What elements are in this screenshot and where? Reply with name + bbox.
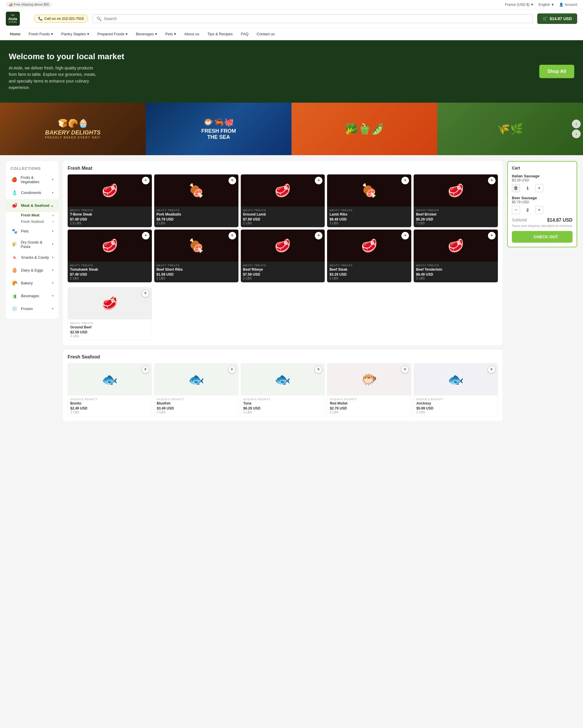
lamb-ribs-info: MEATY TREATS Lamb Ribs $9.49 USD 2 LBS [327,207,411,227]
add-red-mullet-button[interactable]: + [401,366,409,373]
sidebar-item-pets[interactable]: 🐾 Pets ▾ [6,225,58,238]
decrease-beer-sausage-button[interactable]: − [512,206,520,214]
top-bar-left: 🚚 Free shipping above $50 [6,2,52,7]
product-bluefish[interactable]: 🐟 + OCEAN'S BOUNTY Bluefish $3.49 USD 2 … [154,363,239,416]
sidebar-cat-left-frozen: ❄️ Frozen [10,305,33,313]
ground-lamb-info: MEATY TREATS Ground Lamb $7.99 USD 2 LBS [241,207,325,227]
sidebar-item-frozen[interactable]: ❄️ Frozen ▾ [6,303,58,315]
nav-contact-us[interactable]: Contact us [252,28,279,40]
logo-icon: the Aisle STORE [6,12,20,26]
sidebar-item-bakery[interactable]: 🥐 Bakery ▾ [6,277,58,290]
product-lamb-ribs[interactable]: 🍖 + MEATY TREATS Lamb Ribs $9.49 USD 2 L… [327,175,411,227]
product-anchovy[interactable]: 🐟 + OCEAN'S BOUNTY Anchovy $5.99 USD 2 L… [414,363,498,416]
meatballs-info: MEATY TREATS Pork Meatballs $8.79 USD 2 … [154,207,239,227]
add-ground-beef-button[interactable]: + [142,290,149,297]
free-shipping-badge: 🚚 Free shipping above $50 [6,2,52,7]
product-tbone-steak[interactable]: 🥩 + MEATY TREATS T-Bone Steak $7.49 USD … [67,175,152,227]
nav-pantry-staples[interactable]: Pantry Staples ▾ [57,28,93,40]
product-red-mullet[interactable]: 🐡 + OCEAN'S BOUNTY Red Mullet $2.79 USD … [327,363,411,416]
add-ribeye-button[interactable]: + [315,232,323,239]
add-tbone-button[interactable]: + [142,177,149,184]
sidebar-item-snacks[interactable]: 🍬 Snacks & Candy ▾ [6,251,58,264]
banner-fields[interactable]: 🌾🌿 ‹ › [437,103,583,155]
banner-next-button[interactable]: › [572,130,581,138]
meat-chevron-icon: ▲ [50,204,54,207]
sidebar-sub-fresh-meat[interactable]: Fresh Meat › [6,212,58,218]
nav-tips-recipes[interactable]: Tips & Recipes [203,28,237,40]
product-tomahawk-steak[interactable]: 🥩 + MEATY TREATS Tomahawk Steak $7.49 US… [67,230,152,282]
product-ground-lamb[interactable]: 🥩 + MEATY TREATS Ground Lamb $7.99 USD 2… [241,175,325,227]
lamb-ribs-img: 🍖 [327,175,411,207]
product-beef-tenderloin[interactable]: 🥩 + MEATY TREATS Beef Tenderloin $9.49 U… [414,230,498,282]
nav-pets[interactable]: Pets ▾ [161,28,180,40]
tenderloin-name: Beef Tenderloin [416,267,496,271]
add-beef-steak-button[interactable]: + [401,232,409,239]
product-beef-ribeye[interactable]: 🥩 + MEATY TREATS Beef Ribeye $7.59 USD 2… [241,230,325,282]
banner-bakery[interactable]: 🍞🥐🧁 BAKERY DELIGHTS FRESHLY BAKED EVERY … [0,103,146,155]
add-lamb-ribs-button[interactable]: + [401,177,409,184]
add-ground-lamb-button[interactable]: + [315,177,323,184]
nav-home[interactable]: Home [6,28,25,40]
product-beef-steak[interactable]: 🥩 + MEATY TREATS Beef Steak $3.29 USD 2 … [327,230,411,282]
nav-beverages[interactable]: Beverages ▾ [132,28,161,40]
tbone-weight: 1.5 LBS [70,222,149,225]
search-input[interactable] [104,16,528,21]
add-tomahawk-button[interactable]: + [142,232,149,239]
logo[interactable]: the Aisle STORE [6,12,29,26]
nav-prepared-foods[interactable]: Prepared Foods ▾ [93,28,132,40]
increase-italian-sausage-button[interactable]: + [535,184,543,192]
nav-fresh-foods[interactable]: Fresh Foods ▾ [25,28,57,40]
sidebar-item-meat-seafood[interactable]: 🥩 Meat & Seafood ▲ [6,199,58,212]
product-bonito[interactable]: 🐟 + OCEAN'S BOUNTY Bonito $2.49 USD 2 LB… [67,363,152,416]
lamb-ribs-name: Lamb Ribs [329,212,409,216]
add-meatballs-button[interactable]: + [228,177,236,184]
call-us-badge[interactable]: 📞 Call us on 212-221-7515 [34,15,88,23]
banner-prev-button[interactable]: ‹ [572,120,581,128]
cart-button[interactable]: 🛒 $14.87 USD [537,14,577,24]
product-tuna[interactable]: 🐟 + OCEAN'S BOUNTY Tuna $6.29 USD 2 LBS [241,363,325,416]
product-beef-short-ribs[interactable]: 🍖 + MEATY TREATS Beef Short Ribs $1.59 U… [154,230,239,282]
product-pork-meatballs[interactable]: 🍖 + MEATY TREATS Pork Meatballs $8.79 US… [154,175,239,227]
banner-sea[interactable]: 🐡🦐🐙 FRESH FROMTHE SEA [146,103,292,155]
add-bluefish-button[interactable]: + [228,366,236,373]
sidebar-item-beverages[interactable]: 🧃 Beverages ▾ [6,290,58,303]
delete-italian-sausage-button[interactable]: 🗑 [512,184,520,192]
field-icon: 🌾🌿 [497,123,523,135]
increase-beer-sausage-button[interactable]: + [535,206,543,214]
beef-steak-info: MEATY TREATS Beef Steak $3.29 USD 2 LBS [327,262,411,282]
nav-about-us[interactable]: About us [180,28,203,40]
add-anchovy-button[interactable]: + [488,366,495,373]
add-bonito-button[interactable]: + [142,366,149,373]
add-beef-brisket-button[interactable]: + [488,177,496,184]
product-ground-beef[interactable]: 🥩 + MEATY TREATS Ground Beef $2.59 USD 2… [67,287,152,340]
cart-beer-sausage-qty: 2 [522,208,533,212]
sidebar-item-fruits-vegetables[interactable]: 🍎 Fruits & Vegetables ▾ [6,173,58,186]
meatballs-name: Pork Meatballs [157,212,236,216]
language-selector[interactable]: English ▼ [538,3,554,7]
sidebar-item-dairy[interactable]: 🥚 Dairy & Eggs ▾ [6,264,58,277]
snacks-chevron-icon: ▾ [52,256,54,259]
meatballs-weight: 2 LBS [157,222,236,225]
add-tuna-button[interactable]: + [314,366,322,373]
nav-faq[interactable]: FAQ [237,28,252,40]
checkout-button[interactable]: 🛒 CHECK OUT [512,231,573,243]
ribeye-name: Beef Ribeye [243,267,323,271]
condiments-icon: 🧴 [10,189,19,197]
lamb-ribs-weight: 2 LBS [329,222,409,225]
currency-selector[interactable]: France (USD $) ▼ [505,3,534,7]
shop-all-button[interactable]: Shop All [539,65,574,78]
banner-veggies[interactable]: 🥦🫑🫛 [292,103,437,155]
sidebar-sub-fresh-seafood[interactable]: Fresh Seafood › [6,218,58,225]
account-link[interactable]: 👤 Account [559,3,577,7]
sidebar-item-dry-goods[interactable]: 🌾 Dry Goods & Pasta ▾ [6,238,58,251]
sidebar-item-condiments[interactable]: 🧴 Condiments ▾ [6,186,58,199]
sidebar-cat-left-condiments: 🧴 Condiments [10,189,41,197]
tenderloin-price: $9.49 USD [416,272,496,277]
add-short-ribs-button[interactable]: + [228,232,236,239]
add-tenderloin-button[interactable]: + [488,232,496,239]
product-beef-brisket[interactable]: 🥩 + MEATY TREATS Beef Brisket $5.29 USD … [414,175,498,227]
beverages-chevron-icon: ▾ [52,294,54,298]
search-bar[interactable]: 🔍 [93,14,532,23]
beef-steak-name: Beef Steak [329,267,409,271]
bluefish-name: Bluefish [157,401,236,406]
